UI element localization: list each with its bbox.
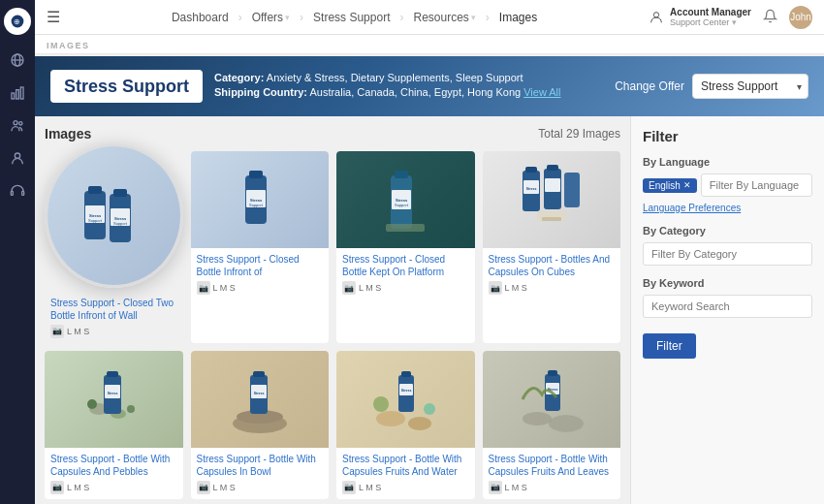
brand-name: Stress Support	[64, 78, 189, 95]
nav-offers[interactable]: Offers ▾	[252, 11, 290, 24]
brand-badge: Stress Support	[50, 70, 203, 103]
filter-section-category: By Category	[643, 225, 812, 266]
nav-stress-support[interactable]: Stress Support	[313, 11, 390, 24]
keyword-filter-input[interactable]	[643, 295, 812, 318]
image-info-4: Stress Support - Bottles And Capsules On…	[483, 248, 621, 299]
svg-rect-41	[545, 178, 560, 192]
nav-sep-3: ›	[399, 11, 403, 24]
nav-sep-1: ›	[238, 11, 242, 24]
sidebar-icon-person[interactable]	[4, 145, 31, 173]
svg-point-52	[127, 405, 135, 413]
image-card-4[interactable]: Stress Stress Support - Bottles And Caps…	[483, 151, 621, 343]
svg-rect-5	[12, 93, 15, 99]
image-title-5[interactable]: Stress Support - Bottle With Capsules An…	[50, 453, 177, 478]
badge-lms-1: L M S	[67, 327, 89, 336]
language-filter-input[interactable]	[701, 173, 812, 197]
images-count: Total 29 Images	[538, 127, 620, 141]
image-title-6[interactable]: Stress Support - Bottle With Capsules In…	[197, 453, 324, 478]
image-card-2[interactable]: Stress Support Stress Support - Closed B…	[191, 151, 330, 343]
filter-section-keyword: By Keyword	[643, 277, 812, 318]
badge-lms-5: L M S	[67, 483, 89, 492]
banner-shipping-row: Shipping Country: Australia, Canada, Chi…	[214, 86, 560, 98]
top-navbar: ☰ Dashboard › Offers ▾ › Stress Support …	[35, 0, 824, 54]
filter-title: Filter	[643, 128, 812, 144]
svg-rect-15	[88, 186, 102, 194]
filter-tag-remove[interactable]: ✕	[683, 180, 691, 190]
svg-rect-70	[548, 370, 557, 376]
sidebar-icon-headset[interactable]	[4, 178, 31, 205]
badge-lms-7: L M S	[359, 483, 381, 492]
main-content: Stress Support Category: Anxiety & Stres…	[35, 56, 824, 504]
account-subtitle: Support Center ▾	[670, 17, 751, 27]
banner-meta: Category: Anxiety & Stress, Dietary Supp…	[214, 72, 560, 101]
bell-icon[interactable]	[763, 9, 777, 26]
image-thumb-2: Stress Support	[191, 151, 330, 248]
category-filter-input[interactable]	[643, 242, 812, 266]
filter-tag-english[interactable]: English ✕	[643, 178, 697, 193]
svg-point-10	[15, 153, 19, 158]
images-panel: Images Total 29 Images Stress Suppor	[35, 116, 630, 504]
image-card-8[interactable]: Stress Stress Support - Bottle With Caps…	[483, 351, 621, 499]
svg-point-65	[373, 396, 389, 412]
nav-resources[interactable]: Resources ▾	[413, 11, 475, 24]
svg-rect-12	[22, 191, 24, 195]
sidebar-icon-globe[interactable]	[4, 47, 31, 74]
filter-language-label: By Language	[643, 156, 812, 168]
image-badges-2: 📷 L M S	[197, 281, 324, 295]
image-card-7[interactable]: Stress Stress Support - Bottle With Caps…	[336, 351, 475, 499]
image-title-3[interactable]: Stress Support - Closed Bottle Kept On P…	[342, 253, 469, 278]
badge-icon-2: 📷	[197, 281, 210, 295]
svg-point-13	[653, 12, 658, 16]
nav-dashboard[interactable]: Dashboard	[172, 11, 229, 24]
images-title: Images	[45, 126, 91, 142]
filter-button[interactable]: Filter	[643, 333, 696, 359]
image-title-8[interactable]: Stress Support - Bottle With Capsules Fr…	[489, 453, 616, 478]
svg-rect-25	[249, 171, 263, 178]
badge-lms-4: L M S	[505, 283, 527, 293]
svg-point-9	[19, 122, 22, 125]
sidebar-icon-people[interactable]	[4, 112, 31, 140]
image-grid: Stress Support Stress Support Stress Su	[45, 151, 620, 504]
banner-left: Stress Support Category: Anxiety & Stres…	[50, 70, 561, 103]
badge-icon-8: 📷	[489, 481, 502, 494]
svg-text:Support: Support	[88, 218, 103, 223]
sidebar-icon-chart[interactable]	[4, 79, 31, 107]
category-value: Anxiety & Stress, Dietary Supplements, S…	[267, 72, 523, 83]
image-info-1: Stress Support - Closed Two Bottle Infro…	[45, 292, 183, 343]
svg-text:Support: Support	[249, 203, 264, 207]
svg-rect-34	[386, 224, 425, 232]
badge-icon-5: 📷	[50, 481, 64, 494]
svg-text:Stress: Stress	[525, 187, 536, 191]
image-card-3[interactable]: Stress Support Stress Support - Closed B…	[336, 151, 475, 343]
image-title-2[interactable]: Stress Support - Closed Bottle Infront o…	[197, 253, 324, 278]
badge-icon-6: 📷	[197, 481, 210, 494]
badge-lms-3: L M S	[359, 283, 381, 293]
image-thumb-7: Stress	[336, 351, 475, 448]
svg-point-68	[523, 412, 552, 425]
account-manager-icon	[649, 10, 664, 25]
svg-text:Support: Support	[395, 203, 409, 207]
svg-rect-36	[525, 167, 537, 173]
svg-text:Support: Support	[113, 221, 128, 226]
language-preferences-link[interactable]: Language Preferences	[643, 203, 812, 213]
image-info-3: Stress Support - Closed Bottle Kept On P…	[336, 248, 475, 299]
images-header: Images Total 29 Images	[45, 126, 620, 142]
image-card-5[interactable]: Stress Stress Support - Bottle With Caps…	[45, 351, 183, 499]
svg-point-8	[14, 121, 17, 125]
app-logo[interactable]: ⊕	[4, 8, 31, 35]
menu-icon[interactable]: ☰	[47, 8, 60, 26]
svg-rect-6	[16, 90, 19, 99]
svg-rect-44	[542, 217, 561, 221]
image-card-1[interactable]: Stress Support Stress Support Stress Su	[45, 151, 183, 343]
view-all-link[interactable]: View All	[523, 86, 560, 98]
badge-icon-4: 📷	[489, 281, 502, 295]
offer-select[interactable]: Stress Support	[692, 74, 808, 99]
image-badges-5: 📷 L M S	[50, 481, 177, 494]
image-title-4[interactable]: Stress Support - Bottles And Capsules On…	[489, 253, 616, 278]
image-card-6[interactable]: Stress Stress Support - Bottle With Caps…	[191, 351, 330, 499]
svg-rect-56	[253, 371, 265, 377]
nav-images[interactable]: Images	[499, 11, 537, 24]
image-title-1[interactable]: Stress Support - Closed Two Bottle Infro…	[50, 297, 177, 322]
image-title-7[interactable]: Stress Support - Bottle With Capsules Fr…	[342, 453, 469, 478]
banner-category-row: Category: Anxiety & Stress, Dietary Supp…	[214, 72, 560, 83]
